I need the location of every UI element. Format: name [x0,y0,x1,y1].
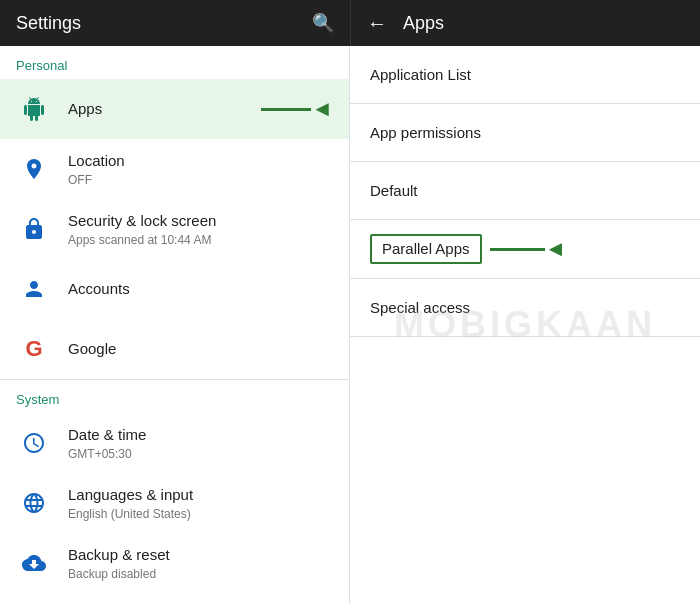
sidebar-item-apps[interactable]: Apps ◄ [0,79,349,139]
language-item-title: Languages & input [68,485,333,505]
apps-header-title: Apps [403,13,444,34]
google-item-text: Google [68,339,333,359]
right-arrow-line [490,248,545,251]
google-icon: G [16,331,52,367]
backup-item-subtitle: Backup disabled [68,567,333,581]
accounts-item-title: Accounts [68,279,333,299]
personal-section-label: Personal [0,46,349,79]
main-content: Personal Apps ◄ [0,46,700,604]
sidebar-item-accounts[interactable]: Accounts [0,259,349,319]
location-item-title: Location [68,151,333,171]
language-item-subtitle: English (United States) [68,507,333,521]
arrow-line [261,108,311,111]
system-section-label: System [0,380,349,413]
clock-icon [16,425,52,461]
menu-item-parallel-apps[interactable]: Parallel Apps ◄ [350,220,700,279]
android-icon [16,91,52,127]
location-icon [16,151,52,187]
datetime-item-text: Date & time GMT+05:30 [68,425,333,461]
apps-item-row: Apps ◄ [16,91,333,127]
top-bar-right: ← Apps [350,0,700,46]
top-bar-left: Settings 🔍 [0,0,350,46]
backup-item-title: Backup & reset [68,545,333,565]
back-icon[interactable]: ← [367,12,387,35]
lock-icon [16,211,52,247]
top-bar: Settings 🔍 ← Apps [0,0,700,46]
language-item-text: Languages & input English (United States… [68,485,333,521]
menu-item-special-access[interactable]: Special access [350,279,700,337]
sidebar-item-google[interactable]: G Google [0,319,349,379]
location-item-subtitle: OFF [68,173,333,187]
google-item-title: Google [68,339,333,359]
left-panel: Personal Apps ◄ [0,46,350,604]
right-green-arrow-icon: ◄ [545,236,567,262]
sidebar-item-security[interactable]: Security & lock screen Apps scanned at 1… [0,199,349,259]
datetime-item-subtitle: GMT+05:30 [68,447,333,461]
security-item-subtitle: Apps scanned at 10:44 AM [68,233,333,247]
datetime-item-title: Date & time [68,425,333,445]
application-list-label: Application List [370,66,680,83]
sidebar-item-location[interactable]: Location OFF [0,139,349,199]
location-item-text: Location OFF [68,151,333,187]
sidebar-item-datetime[interactable]: Date & time GMT+05:30 [0,413,349,473]
right-panel: MOBIGKAAN Application List App permissio… [350,46,700,604]
apps-arrow-annotation: ◄ [261,96,333,122]
special-access-label: Special access [370,299,680,316]
backup-icon [16,545,52,581]
backup-item-text: Backup & reset Backup disabled [68,545,333,581]
default-label: Default [370,182,680,199]
app-permissions-label: App permissions [370,124,680,141]
menu-item-default[interactable]: Default [350,162,700,220]
apps-item-text: Apps [68,99,253,119]
search-icon[interactable]: 🔍 [312,12,334,34]
parallel-apps-label: Parallel Apps [382,240,470,257]
security-item-text: Security & lock screen Apps scanned at 1… [68,211,333,247]
green-arrow-icon: ◄ [311,96,333,122]
accounts-item-text: Accounts [68,279,333,299]
menu-item-application-list[interactable]: Application List [350,46,700,104]
sidebar-item-backup[interactable]: Backup & reset Backup disabled [0,533,349,593]
language-icon [16,485,52,521]
sidebar-item-language[interactable]: Languages & input English (United States… [0,473,349,533]
settings-title: Settings [16,13,312,34]
parallel-apps-arrow-annotation: ◄ [490,236,567,262]
menu-item-app-permissions[interactable]: App permissions [350,104,700,162]
security-item-title: Security & lock screen [68,211,333,231]
account-icon [16,271,52,307]
apps-item-title: Apps [68,99,253,119]
